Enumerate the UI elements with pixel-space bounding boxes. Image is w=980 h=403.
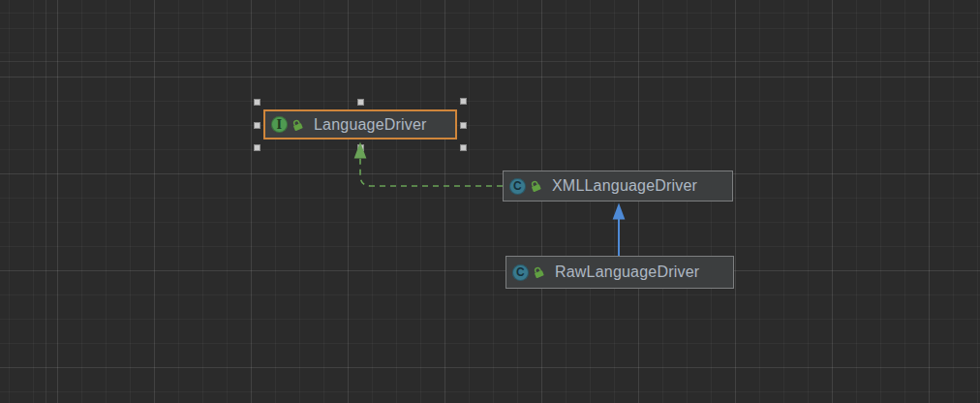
- implements-edge[interactable]: [360, 158, 503, 186]
- resize-handle-top-left[interactable]: [254, 99, 260, 106]
- interface-icon: I: [271, 116, 288, 133]
- resize-handle-top-center[interactable]: [357, 99, 364, 106]
- resize-handle-bottom-center[interactable]: [357, 144, 364, 151]
- resize-handle-top-right[interactable]: [460, 98, 467, 105]
- public-lock-icon: [291, 119, 303, 131]
- class-icon: C: [509, 178, 526, 195]
- extends-arrowhead-icon: [613, 203, 626, 220]
- class-icon: C: [512, 264, 529, 281]
- edge-layer: LanguageDriver (green dashed) --> XMLLan…: [0, 0, 980, 403]
- public-lock-icon: [530, 180, 541, 192]
- public-lock-icon: [533, 266, 544, 278]
- node-label: XMLLanguageDriver: [552, 177, 697, 195]
- resize-handle-bottom-left[interactable]: [254, 144, 260, 151]
- resize-handle-middle-right[interactable]: [460, 122, 467, 129]
- node-label: LanguageDriver: [314, 116, 427, 134]
- node-label: RawLanguageDriver: [555, 264, 699, 281]
- diagram-canvas[interactable]: LanguageDriver (green dashed) --> XMLLan…: [0, 0, 980, 403]
- node-languagedriver[interactable]: I LanguageDriver: [263, 109, 457, 140]
- resize-handle-middle-left[interactable]: [254, 122, 260, 129]
- node-xmllanguagedriver[interactable]: C XMLLanguageDriver: [503, 170, 733, 202]
- resize-handle-bottom-right[interactable]: [460, 144, 467, 151]
- node-rawlanguagedriver[interactable]: C RawLanguageDriver: [505, 256, 734, 289]
